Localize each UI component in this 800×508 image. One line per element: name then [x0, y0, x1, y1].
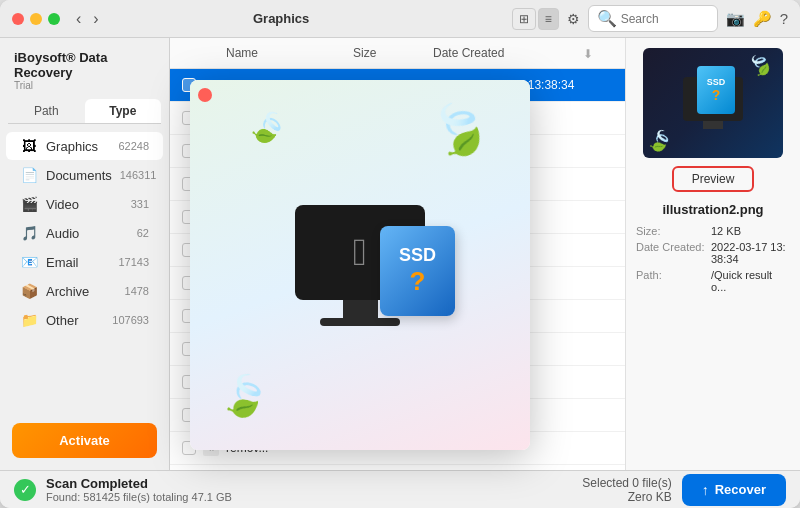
leaf-decoration-2: 🍃 — [645, 125, 677, 156]
file-list-header: Name Size Date Created ⬇ — [170, 38, 625, 69]
sidebar-header: iBoysoft® Data Recovery Trial — [0, 38, 169, 99]
sidebar-item-graphics[interactable]: 🖼 Graphics 62248 — [6, 132, 163, 160]
recover-button-label: Recover — [715, 482, 766, 497]
graphics-icon: 🖼 — [20, 138, 38, 154]
statusbar: ✓ Scan Completed Found: 581425 file(s) t… — [0, 470, 800, 508]
archive-icon: 📦 — [20, 283, 38, 299]
scan-status-group: Scan Completed Found: 581425 file(s) tot… — [46, 476, 232, 503]
preview-panel: 🍃 🍃  SSD ? Preview illustration2.png — [625, 38, 800, 470]
meta-row-size: Size: 12 KB — [636, 225, 790, 237]
col-header-date: Date Created — [433, 46, 583, 60]
audio-icon: 🎵 — [20, 225, 38, 241]
scan-detail-text: Found: 581425 file(s) totaling 47.1 GB — [46, 491, 232, 503]
meta-row-path: Path: /Quick result o... — [636, 269, 790, 293]
preview-button[interactable]: Preview — [672, 166, 755, 192]
preview-meta: Size: 12 KB Date Created: 2022-03-17 13:… — [636, 225, 790, 297]
preview-thumbnail: 🍃 🍃  SSD ? — [643, 48, 783, 158]
sidebar-count-archive: 1478 — [125, 285, 149, 297]
sidebar: iBoysoft® Data Recovery Trial Path Type … — [0, 38, 170, 470]
overlay-ssd-card: SSD ? — [380, 226, 455, 316]
key-icon[interactable]: 🔑 — [753, 10, 772, 28]
recover-button[interactable]: ↑ Recover — [682, 474, 786, 506]
overlay-apple-logo:  — [353, 231, 367, 274]
ssd-label: SSD — [707, 77, 726, 87]
selected-files-text: Selected 0 file(s) — [582, 476, 671, 490]
size-label: Size: — [636, 225, 711, 237]
recover-button-icon: ↑ — [702, 482, 709, 498]
overlay-leaf-icon-2: 🍃 — [216, 369, 273, 424]
sidebar-label-archive: Archive — [46, 284, 117, 299]
tab-type[interactable]: Type — [85, 99, 162, 123]
date-label: Date Created: — [636, 241, 711, 265]
sidebar-label-email: Email — [46, 255, 110, 270]
sidebar-label-other: Other — [46, 313, 104, 328]
scan-complete-icon: ✓ — [14, 479, 36, 501]
help-icon[interactable]: ? — [780, 10, 788, 28]
col-header-size: Size — [353, 46, 433, 60]
ssd-question-icon: ? — [712, 87, 721, 103]
other-icon: 📁 — [20, 312, 38, 328]
selected-size-text: Zero KB — [582, 490, 671, 504]
date-value: 2022-03-17 13:38:34 — [711, 241, 790, 265]
meta-row-date: Date Created: 2022-03-17 13:38:34 — [636, 241, 790, 265]
overlay-ssd-label: SSD — [399, 245, 436, 266]
ssd-card: SSD ? — [697, 66, 735, 114]
toolbar-right: ⊞ ≡ ⚙ 🔍 📷 🔑 ? — [512, 5, 788, 32]
overlay-ssd-question-icon: ? — [410, 266, 426, 297]
window-title: Graphics — [51, 11, 512, 26]
overlay-stand-base — [320, 318, 400, 326]
leaf-decoration-1: 🍃 — [744, 48, 778, 81]
sidebar-label-documents: Documents — [46, 168, 112, 183]
sidebar-tabs: Path Type — [8, 99, 161, 124]
overlay-image-content: 🍃 🍃 🍃  SSD ? — [190, 80, 530, 450]
sidebar-count-audio: 62 — [137, 227, 149, 239]
overlay-leaf-icon-1: 🍃 — [420, 91, 498, 167]
overlay-stand-neck — [343, 300, 378, 318]
minimize-button[interactable] — [30, 13, 42, 25]
sidebar-label-audio: Audio — [46, 226, 129, 241]
sidebar-count-other: 107693 — [112, 314, 149, 326]
close-button[interactable] — [12, 13, 24, 25]
sidebar-label-graphics: Graphics — [46, 139, 110, 154]
view-toggle: ⊞ ≡ — [512, 8, 559, 30]
search-input[interactable] — [621, 12, 709, 26]
col-header-actions: ⬇ — [583, 44, 613, 62]
filter-button[interactable]: ⚙ — [567, 11, 580, 27]
path-label: Path: — [636, 269, 711, 293]
monitor-stand — [703, 121, 723, 129]
preview-overlay: 🍃 🍃 🍃  SSD ? — [190, 80, 530, 450]
sidebar-item-other[interactable]: 📁 Other 107693 — [6, 306, 163, 334]
selected-info: Selected 0 file(s) Zero KB — [582, 476, 671, 504]
sidebar-count-video: 331 — [131, 198, 149, 210]
search-box: 🔍 — [588, 5, 718, 32]
camera-icon[interactable]: 📷 — [726, 10, 745, 28]
app-subtitle: Trial — [14, 80, 155, 91]
toolbar-icons: 📷 🔑 ? — [726, 10, 788, 28]
sidebar-count-graphics: 62248 — [118, 140, 149, 152]
sidebar-count-email: 17143 — [118, 256, 149, 268]
search-icon: 🔍 — [597, 9, 617, 28]
sidebar-item-archive[interactable]: 📦 Archive 1478 — [6, 277, 163, 305]
overlay-close-button[interactable] — [198, 88, 212, 102]
path-value: /Quick result o... — [711, 269, 790, 293]
sidebar-item-email[interactable]: 📧 Email 17143 — [6, 248, 163, 276]
preview-monitor:  SSD ? — [683, 77, 743, 129]
col-header-name: Name — [226, 46, 353, 60]
preview-filename: illustration2.png — [662, 202, 763, 217]
scan-status-text: Scan Completed — [46, 476, 232, 491]
sidebar-items: 🖼 Graphics 62248 📄 Documents 146311 🎬 Vi… — [0, 128, 169, 413]
app-title: iBoysoft® Data Recovery — [14, 50, 155, 80]
video-icon: 🎬 — [20, 196, 38, 212]
sidebar-item-audio[interactable]: 🎵 Audio 62 — [6, 219, 163, 247]
grid-view-button[interactable]: ⊞ — [512, 8, 536, 30]
tab-path[interactable]: Path — [8, 99, 85, 123]
overlay-leaf-icon-3: 🍃 — [244, 103, 294, 152]
overlay-monitor-wrapper:  SSD ? — [295, 205, 425, 326]
titlebar: ‹ › Graphics ⊞ ≡ ⚙ 🔍 📷 🔑 ? — [0, 0, 800, 38]
sidebar-count-documents: 146311 — [120, 169, 157, 181]
list-view-button[interactable]: ≡ — [538, 8, 559, 30]
sidebar-item-documents[interactable]: 📄 Documents 146311 — [6, 161, 163, 189]
activate-button[interactable]: Activate — [12, 423, 157, 458]
sidebar-item-video[interactable]: 🎬 Video 331 — [6, 190, 163, 218]
size-value: 12 KB — [711, 225, 790, 237]
